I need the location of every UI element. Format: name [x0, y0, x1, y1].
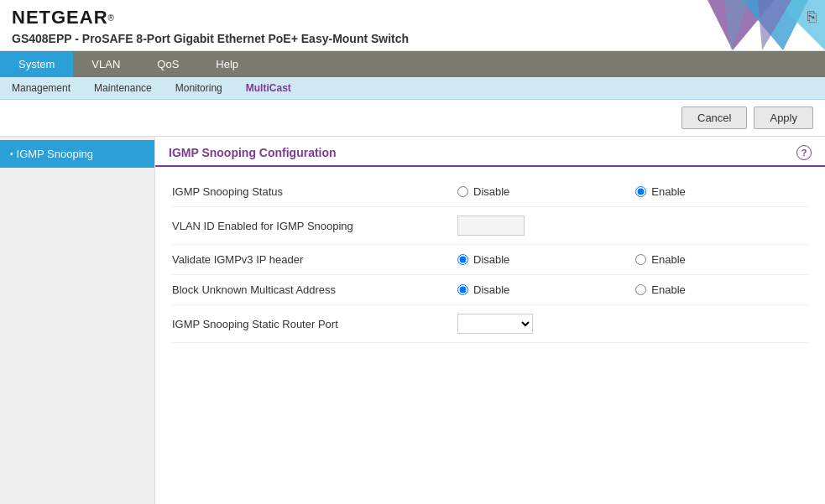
- form-row-vlan-id: VLAN ID Enabled for IGMP Snooping: [172, 207, 808, 245]
- label-validate-igmpv3: Validate IGMPv3 IP header: [172, 253, 457, 266]
- label-disable-validate: Disable: [473, 253, 509, 266]
- sub-nav-multicast[interactable]: MultiCast: [234, 77, 303, 99]
- sidebar-item-label: IGMP Snooping: [17, 148, 94, 160]
- radio-disable-validate[interactable]: Disable: [457, 253, 509, 266]
- radio-input-disable-block[interactable]: [457, 284, 468, 295]
- label-igmp-status: IGMP Snooping Status: [172, 185, 457, 198]
- form-row-igmp-status: IGMP Snooping Status Disable Enable: [172, 177, 808, 207]
- radio-enable-block[interactable]: Enable: [635, 283, 685, 296]
- label-static-router: IGMP Snooping Static Router Port: [172, 318, 457, 330]
- label-disable-igmp-status: Disable: [473, 185, 509, 198]
- radio-disable-igmp-status[interactable]: Disable: [457, 185, 509, 198]
- nav-item-system[interactable]: System: [0, 51, 73, 77]
- logout-icon[interactable]: ⎘: [807, 8, 817, 26]
- form-area: IGMP Snooping Status Disable Enable VLAN…: [155, 167, 825, 353]
- controls-igmp-status: Disable Enable: [457, 185, 686, 198]
- panel-title: IGMP Snooping Configuration: [169, 146, 337, 159]
- header: NETGEAR® GS408EPP - ProSAFE 8-Port Gigab…: [0, 0, 825, 51]
- controls-block-unknown: Disable Enable: [457, 283, 686, 296]
- radio-input-enable-block[interactable]: [635, 284, 646, 295]
- logo-text: NETGEAR: [12, 7, 108, 29]
- label-block-unknown: Block Unknown Multicast Address: [172, 283, 457, 296]
- radio-enable-validate[interactable]: Enable: [635, 253, 685, 266]
- controls-validate-igmpv3: Disable Enable: [457, 253, 686, 266]
- radio-disable-block[interactable]: Disable: [457, 283, 509, 296]
- header-decoration: [640, 0, 825, 50]
- sub-nav-maintenance[interactable]: Maintenance: [82, 77, 164, 99]
- logo-registered: ®: [108, 13, 114, 23]
- content: • IGMP Snooping IGMP Snooping Configurat…: [0, 136, 825, 504]
- label-enable-igmp-status: Enable: [651, 185, 685, 198]
- logo-area: NETGEAR® GS408EPP - ProSAFE 8-Port Gigab…: [12, 7, 409, 45]
- radio-enable-igmp-status[interactable]: Enable: [635, 185, 685, 198]
- nav-item-vlan[interactable]: VLAN: [73, 51, 138, 77]
- static-router-port-select[interactable]: [457, 314, 533, 334]
- sidebar-item-igmp-snooping[interactable]: • IGMP Snooping: [0, 140, 154, 168]
- form-row-block-unknown: Block Unknown Multicast Address Disable …: [172, 275, 808, 305]
- vlan-id-input[interactable]: [457, 216, 525, 236]
- radio-input-enable-validate[interactable]: [635, 254, 646, 265]
- label-vlan-id: VLAN ID Enabled for IGMP Snooping: [172, 220, 457, 232]
- label-enable-validate: Enable: [651, 253, 685, 266]
- radio-input-disable-validate[interactable]: [457, 254, 468, 265]
- panel-header: IGMP Snooping Configuration ?: [155, 137, 825, 167]
- apply-button[interactable]: Apply: [754, 107, 813, 129]
- radio-input-disable-igmp[interactable]: [457, 186, 468, 197]
- cancel-button[interactable]: Cancel: [681, 107, 747, 129]
- sub-nav: Management Maintenance Monitoring MultiC…: [0, 77, 825, 100]
- logo: NETGEAR®: [12, 7, 409, 29]
- sidebar-bullet: •: [10, 149, 13, 158]
- sub-nav-monitoring[interactable]: Monitoring: [164, 77, 234, 99]
- help-icon[interactable]: ?: [796, 145, 812, 160]
- controls-vlan-id: [457, 216, 525, 236]
- label-enable-block: Enable: [651, 283, 685, 296]
- controls-static-router: [457, 314, 533, 334]
- form-row-validate-igmpv3: Validate IGMPv3 IP header Disable Enable: [172, 245, 808, 275]
- nav-item-help[interactable]: Help: [197, 51, 257, 77]
- main-nav: System VLAN QoS Help: [0, 51, 825, 77]
- form-row-static-router: IGMP Snooping Static Router Port: [172, 305, 808, 343]
- radio-input-enable-igmp[interactable]: [635, 186, 646, 197]
- sub-nav-management[interactable]: Management: [0, 77, 82, 99]
- label-disable-block: Disable: [473, 283, 509, 296]
- sidebar: • IGMP Snooping: [0, 137, 155, 504]
- toolbar: Cancel Apply: [0, 100, 825, 136]
- device-title: GS408EPP - ProSAFE 8-Port Gigabit Ethern…: [12, 32, 409, 45]
- nav-item-qos[interactable]: QoS: [138, 51, 197, 77]
- main-panel: IGMP Snooping Configuration ? IGMP Snoop…: [155, 137, 825, 504]
